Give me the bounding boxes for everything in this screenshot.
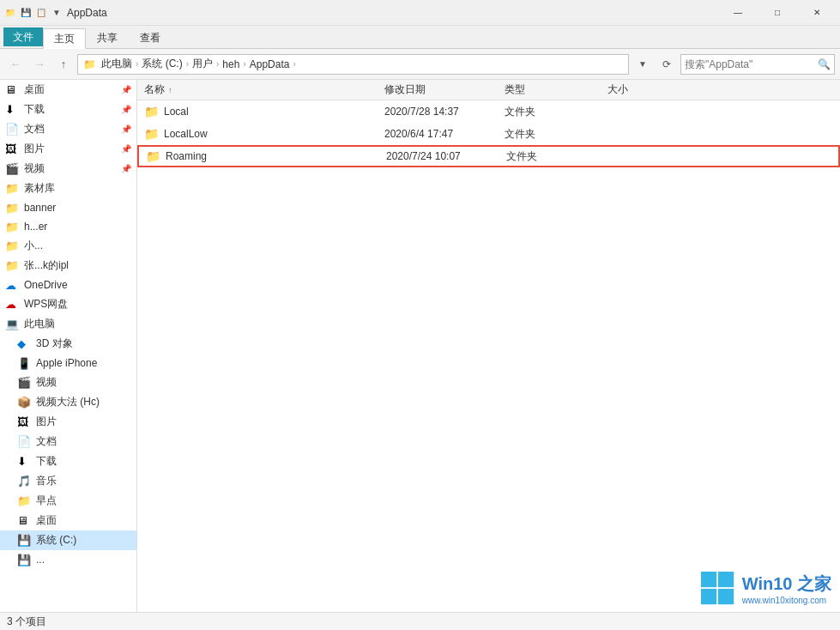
address-dropdown[interactable]: ▼ (632, 54, 653, 75)
tab-share[interactable]: 共享 (86, 27, 129, 48)
video2-icon: 🎬 (17, 376, 33, 389)
watermark-text: Win10 之家 www.win10xitong.com (742, 572, 831, 605)
status-bar: 3 个项目 (0, 612, 840, 630)
sidebar-item-video[interactable]: 🎬 视频 📌 (0, 159, 136, 179)
sidebar-item-download[interactable]: ⬇ 下载 📌 (0, 100, 136, 119)
sidebar-item-video2[interactable]: 🎬 视频 (0, 373, 136, 392)
tab-file[interactable]: 文件 (3, 27, 43, 46)
sidebar-item-docs2[interactable]: 📄 文档 (0, 432, 136, 451)
svg-rect-3 (718, 589, 734, 604)
table-row[interactable]: 📁 Local 2020/7/28 14:37 文件夹 (137, 100, 840, 123)
sidebar-item-label: h...er (24, 221, 47, 233)
sidebar-item-sucaiku[interactable]: 📁 素材库 (0, 179, 136, 198)
file-name-cell: 📁 Roaming (146, 149, 386, 163)
more-icon: 💾 (17, 554, 33, 566)
sidebar-item-onedrive[interactable]: ☁ OneDrive (0, 276, 136, 294)
close-button[interactable]: ✕ (797, 0, 837, 26)
sidebar-item-iphone[interactable]: 📱 Apple iPhone (0, 354, 136, 373)
table-row[interactable]: 📁 LocalLow 2020/6/4 17:47 文件夹 (137, 123, 840, 145)
sidebar-item-label: WPS网盘 (24, 297, 68, 312)
back-button[interactable]: ← (5, 54, 26, 75)
path-users: 用户 (192, 57, 213, 71)
sidebar-item-label: 视频 (24, 161, 45, 176)
drive-icon: 💾 (17, 534, 33, 547)
pin-icon: 📌 (121, 124, 131, 134)
windows-logo (701, 572, 735, 606)
sidebar-item-systemc[interactable]: 💾 系统 (C:) (0, 530, 136, 550)
sidebar-item-label: 图片 (36, 415, 57, 429)
music-icon: 🎵 (17, 475, 33, 488)
col-header-type[interactable]: 类型 (505, 82, 607, 97)
sidebar-item-music[interactable]: 🎵 音乐 (0, 471, 136, 491)
forward-button[interactable]: → (29, 54, 50, 75)
sidebar-item-banner[interactable]: 📁 banner (0, 198, 136, 217)
folder-icon: 📁 (144, 105, 159, 118)
tab-home[interactable]: 主页 (43, 28, 86, 49)
file-name-label: Roaming (166, 150, 207, 162)
sidebar-item-desktop-1[interactable]: 🖥 桌面 📌 (0, 80, 136, 100)
sidebar-item-label: banner (24, 202, 56, 214)
title-bar-controls: — □ ✕ (718, 0, 837, 26)
status-text: 3 个项目 (7, 615, 46, 629)
sidebar-item-label: 文档 (24, 122, 45, 136)
folder-icon: 📁 (5, 182, 21, 195)
sidebar-item-docs[interactable]: 📄 文档 📌 (0, 119, 136, 139)
up-button[interactable]: ↑ (53, 54, 74, 75)
onedrive-icon: ☁ (5, 279, 21, 292)
search-icon[interactable]: 🔍 (818, 58, 831, 70)
pin-icon: 📌 (121, 144, 131, 154)
col-header-size[interactable]: 大小 (607, 82, 676, 97)
sidebar: 🖥 桌面 📌 ⬇ 下载 📌 📄 文档 📌 🖼 图片 📌 🎬 视频 📌 📁 素材库 (0, 80, 137, 612)
sidebar-item-zaodian[interactable]: 📁 早点 (0, 491, 136, 511)
content-area: 名称 ↑ 修改日期 类型 大小 📁 Local 2020/7/28 14:37 (137, 80, 840, 612)
col-date-label: 修改日期 (384, 82, 426, 97)
title-bar-left: 📁 💾 📋 ▼ AppData (3, 6, 107, 20)
sidebar-item-thispc[interactable]: 💻 此电脑 (0, 314, 136, 334)
col-name-arrow: ↑ (168, 86, 172, 94)
sidebar-item-label: 桌面 (36, 513, 57, 528)
path-arrow-2: › (186, 59, 189, 69)
title-bar: 📁 💾 📋 ▼ AppData — □ ✕ (0, 0, 840, 26)
sidebar-item-pics2[interactable]: 🖼 图片 (0, 412, 136, 432)
address-path[interactable]: 📁 此电脑 › 系统 (C:) › 用户 › heh › AppData › (77, 54, 629, 75)
table-row-roaming[interactable]: 📁 Roaming 2020/7/24 10:07 文件夹 (137, 145, 840, 167)
col-name-label: 名称 (144, 82, 165, 97)
sidebar-item-label: 图片 (24, 142, 45, 156)
maximize-button[interactable]: □ (758, 0, 797, 26)
tab-view[interactable]: 查看 (129, 27, 172, 48)
file-date-cell: 2020/6/4 17:47 (384, 128, 505, 140)
file-date-cell: 2020/7/28 14:37 (384, 106, 505, 118)
sidebar-item-small[interactable]: 📁 小... (0, 236, 136, 256)
sidebar-item-label: 小... (24, 239, 43, 253)
folder-icon: 📁 (5, 202, 21, 215)
file-name-cell: 📁 Local (144, 105, 384, 118)
sidebar-item-her[interactable]: 📁 h...er (0, 217, 136, 236)
sidebar-item-3d[interactable]: ◆ 3D 对象 (0, 334, 136, 354)
col-header-date[interactable]: 修改日期 (384, 82, 505, 97)
sidebar-item-wps[interactable]: ☁ WPS网盘 (0, 294, 136, 314)
search-input[interactable] (685, 58, 818, 70)
video-icon: 🎬 (5, 162, 21, 175)
col-header-name[interactable]: 名称 ↑ (144, 82, 384, 97)
folder-icon: 📁 (3, 6, 17, 20)
minimize-button[interactable]: — (718, 0, 758, 26)
pin-icon: 📌 (121, 85, 131, 94)
sidebar-item-dl2[interactable]: ⬇ 下载 (0, 451, 136, 471)
sidebar-item-pictures[interactable]: 🖼 图片 📌 (0, 139, 136, 159)
sidebar-item-label: 视频 (36, 375, 57, 390)
sidebar-item-label: OneDrive (24, 279, 68, 291)
sidebar-item-videofa[interactable]: 📦 视频大法 (Hc) (0, 392, 136, 412)
folder-icon: 📁 (5, 259, 21, 272)
sidebar-item-label: ... (36, 554, 45, 566)
sidebar-item-label: 此电脑 (24, 317, 55, 331)
sidebar-item-ipl[interactable]: 📁 张...k的ipl (0, 256, 136, 276)
sidebar-item-desktop2[interactable]: 🖥 桌面 (0, 511, 136, 530)
pin-icon: 📌 (121, 164, 131, 173)
sidebar-item-label: Apple iPhone (36, 357, 97, 369)
main-area: 🖥 桌面 📌 ⬇ 下载 📌 📄 文档 📌 🖼 图片 📌 🎬 视频 📌 📁 素材库 (0, 80, 840, 612)
refresh-button[interactable]: ⟳ (656, 54, 677, 75)
file-date-cell: 2020/7/24 10:07 (386, 150, 506, 162)
col-type-label: 类型 (505, 82, 525, 97)
col-size-label: 大小 (607, 82, 628, 97)
sidebar-item-more[interactable]: 💾 ... (0, 550, 136, 569)
